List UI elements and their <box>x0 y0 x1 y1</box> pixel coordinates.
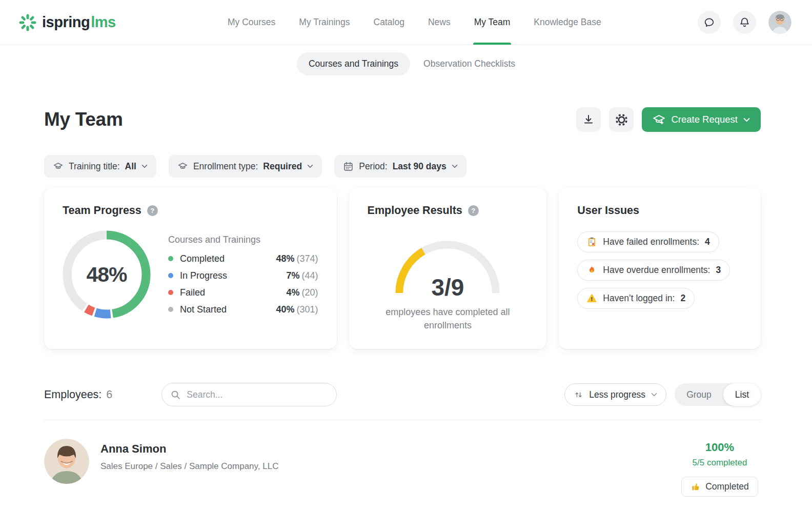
legend-row-failed: Failed 4%(20) <box>168 287 318 298</box>
legend-count: (374) <box>297 253 318 264</box>
help-icon[interactable]: ? <box>147 205 158 216</box>
nav-item-my-trainings[interactable]: My Trainings <box>299 0 350 45</box>
help-icon[interactable]: ? <box>468 205 479 216</box>
ispring-burst-icon <box>18 13 37 32</box>
issue-label: Haven’t logged in: <box>603 293 675 304</box>
team-progress-card: Team Progress ? 48% Courses and Training… <box>44 188 337 349</box>
sort-dropdown[interactable]: Less progress <box>564 383 666 406</box>
user-issues-card: User Issues Have failed enrollments: <box>559 188 761 349</box>
flame-icon <box>586 265 597 276</box>
card-title-user-issues: User Issues <box>577 204 639 217</box>
legend-dot-completed <box>168 256 173 261</box>
filters-row: Training title: All Enrollment type: Req… <box>44 155 761 178</box>
legend-dot-in-progress <box>168 273 173 278</box>
chevron-down-icon <box>651 393 657 397</box>
gear-icon <box>615 113 628 126</box>
filter-label: Enrollment type: <box>193 161 258 172</box>
filter-value: Required <box>263 161 302 172</box>
download-report-button[interactable] <box>576 107 601 132</box>
nav-item-catalog[interactable]: Catalog <box>374 0 404 45</box>
chevron-down-icon <box>743 118 750 122</box>
employee-search <box>161 383 337 406</box>
legend-count: (20) <box>302 287 318 298</box>
donut-legend: Courses and Trainings Completed 48%(374)… <box>168 235 318 315</box>
messages-button[interactable] <box>698 11 721 34</box>
filter-value: Last 90 days <box>393 161 446 172</box>
graduation-cap-plus-icon <box>653 113 665 126</box>
team-progress-donut-chart: 48% <box>63 230 151 319</box>
chevron-down-icon <box>141 164 148 168</box>
legend-label: Completed <box>180 253 225 264</box>
view-subtabs: Courses and Trainings Observation Checkl… <box>0 52 812 75</box>
filter-period[interactable]: Period: Last 90 days <box>334 155 466 178</box>
gauge-value: 3/9 <box>392 273 503 301</box>
issue-count: 2 <box>680 293 685 304</box>
brand-logo[interactable]: ispringlms <box>18 0 116 45</box>
chevron-down-icon <box>307 164 313 168</box>
legend-label: In Progress <box>180 270 227 281</box>
nav-item-my-team[interactable]: My Team <box>474 0 511 45</box>
nav-item-news[interactable]: News <box>428 0 451 45</box>
employee-results-card: Employee Results ? 3/9 employees have co… <box>349 188 547 349</box>
bell-icon <box>739 16 750 28</box>
card-title-team-progress: Team Progress <box>63 204 141 217</box>
employees-count: 6 <box>106 388 112 401</box>
chat-bubble-icon <box>703 16 715 28</box>
subtab-observation-checklists[interactable]: Observation Checklists <box>423 58 515 69</box>
view-toggle-list[interactable]: List <box>723 383 761 406</box>
donut-center-value: 48% <box>63 230 151 319</box>
employees-label: Employees: <box>44 388 102 401</box>
clipboard-x-icon <box>586 237 597 247</box>
notifications-button[interactable] <box>733 11 756 34</box>
list-divider <box>44 420 761 420</box>
search-input[interactable] <box>187 389 328 400</box>
employee-completed-count: 5/5 completed <box>693 458 747 468</box>
gauge-caption: employees have completed all enrollments <box>376 305 519 332</box>
legend-row-in-progress: In Progress 7%(44) <box>168 270 318 281</box>
app-header: ispringlms My Courses My Trainings Catal… <box>0 0 812 45</box>
legend-count: (301) <box>297 304 318 315</box>
filter-enrollment-type[interactable]: Enrollment type: Required <box>169 155 322 178</box>
settings-button[interactable] <box>609 107 634 132</box>
brand-name: ispring <box>42 14 90 30</box>
create-request-label: Create Request <box>671 114 738 125</box>
employee-avatar[interactable] <box>44 439 89 484</box>
issue-failed-enrollments[interactable]: Have failed enrollments: 4 <box>577 231 719 252</box>
issue-label: Have overdue enrollments: <box>603 265 710 276</box>
user-avatar[interactable] <box>768 11 791 34</box>
subtab-courses-and-trainings[interactable]: Courses and Trainings <box>297 52 410 75</box>
nav-item-knowledge-base[interactable]: Knowledge Base <box>534 0 601 45</box>
graduation-cap-icon <box>177 161 188 172</box>
view-toggle-group[interactable]: Group <box>675 383 723 406</box>
legend-label: Not Started <box>180 304 227 315</box>
brand-suffix: lms <box>91 14 115 30</box>
filter-value: All <box>125 161 136 172</box>
calendar-icon <box>343 161 354 172</box>
graduation-cap-icon <box>53 161 64 172</box>
legend-row-completed: Completed 48%(374) <box>168 253 318 264</box>
issue-count: 4 <box>705 237 710 247</box>
legend-pct: 40% <box>276 304 295 315</box>
legend-dot-failed <box>168 290 173 295</box>
issue-not-logged-in[interactable]: Haven’t logged in: 2 <box>577 288 695 309</box>
issue-overdue-enrollments[interactable]: Have overdue enrollments: 3 <box>577 260 730 281</box>
filter-label: Training title: <box>69 161 120 172</box>
employee-status-badge: Completed <box>681 477 758 497</box>
employee-name[interactable]: Anna Simon <box>100 442 278 456</box>
issue-label: Have failed enrollments: <box>603 237 699 247</box>
card-title-employee-results: Employee Results <box>368 204 462 217</box>
legend-label: Failed <box>180 287 205 298</box>
chevron-down-icon <box>452 164 458 168</box>
employee-breadcrumb: Sales Europe / Sales / Sample Company, L… <box>100 461 278 472</box>
view-toggle: Group List <box>675 383 761 406</box>
nav-item-my-courses[interactable]: My Courses <box>228 0 275 45</box>
legend-count: (44) <box>302 270 318 281</box>
legend-title: Courses and Trainings <box>168 235 318 245</box>
employee-row[interactable]: Anna Simon Sales Europe / Sales / Sample… <box>44 439 761 508</box>
legend-pct: 48% <box>276 253 295 264</box>
filter-label: Period: <box>359 161 387 172</box>
main-nav: My Courses My Trainings Catalog News My … <box>131 0 698 45</box>
create-request-button[interactable]: Create Request <box>642 107 761 132</box>
sort-arrows-icon <box>574 390 583 400</box>
filter-training-title[interactable]: Training title: All <box>44 155 156 178</box>
